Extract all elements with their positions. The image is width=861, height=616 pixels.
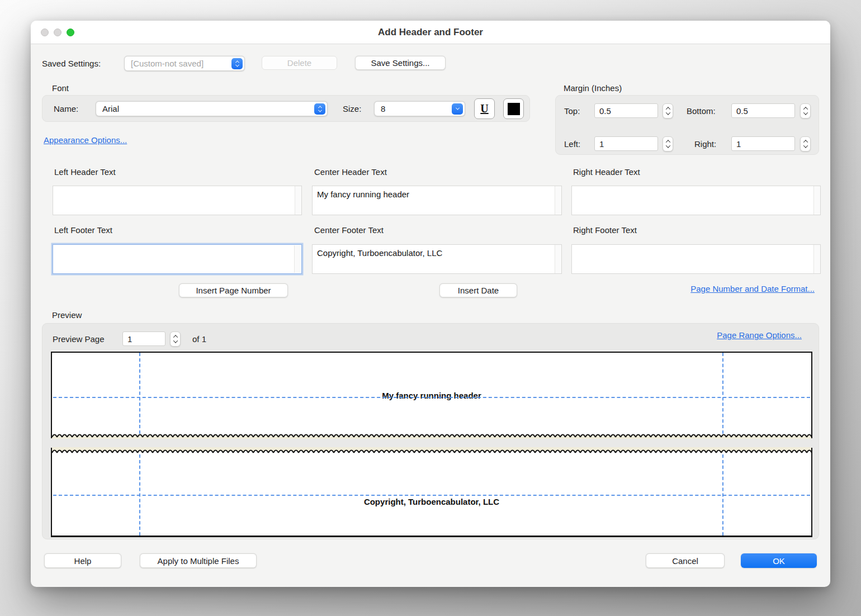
font-name-label: Name:: [54, 104, 78, 113]
right-header-textarea[interactable]: [571, 186, 821, 215]
margin-left-input[interactable]: [594, 136, 658, 151]
center-header-field-wrap: My fancy running header: [312, 186, 562, 215]
preview-page-top-half: My fancy running header: [51, 352, 812, 438]
left-footer-field-wrap: [53, 244, 302, 274]
center-footer-textarea[interactable]: Copyright, Turboencabulator, LLC: [312, 244, 562, 274]
margin-bottom-stepper[interactable]: [800, 103, 811, 119]
margin-left-label: Left:: [564, 139, 580, 149]
insert-page-number-button[interactable]: Insert Page Number: [179, 283, 288, 297]
font-size-label: Size:: [343, 104, 361, 113]
left-margin-guide-line: [139, 353, 140, 434]
delete-settings-label: Delete: [287, 58, 311, 68]
margin-section-label: Margin (Inches): [564, 83, 622, 93]
apply-to-multiple-files-label: Apply to Multiple Files: [158, 556, 239, 566]
right-footer-field-wrap: [571, 244, 821, 274]
right-margin-guide-line: [722, 353, 723, 434]
center-header-textarea[interactable]: My fancy running header: [312, 186, 562, 215]
margin-groupbox: Top: Bottom: Left: Right:: [555, 95, 819, 155]
preview-section-label: Preview: [52, 310, 82, 320]
insert-date-button[interactable]: Insert Date: [439, 283, 517, 297]
font-name-dropdown[interactable]: Arial: [96, 101, 328, 116]
font-section-label: Font: [52, 83, 69, 93]
right-header-field-wrap: [571, 186, 821, 215]
cancel-button[interactable]: Cancel: [646, 553, 725, 568]
margin-bottom-label: Bottom:: [687, 106, 716, 116]
help-button[interactable]: Help: [44, 553, 121, 568]
underline-toggle-button[interactable]: U: [474, 98, 495, 119]
margin-right-label: Right:: [694, 139, 716, 149]
preview-page-label: Preview Page: [53, 334, 105, 344]
scrollbar-track[interactable]: [813, 186, 820, 215]
minimize-window-icon[interactable]: [54, 29, 62, 36]
insert-date-label: Insert Date: [458, 286, 499, 295]
preview-page-canvas: My fancy running header: [51, 352, 812, 537]
header-margin-guide-line: [53, 397, 810, 398]
close-window-icon[interactable]: [41, 29, 49, 36]
window-title: Add Header and Footer: [378, 27, 483, 38]
margin-right-stepper[interactable]: [800, 136, 811, 151]
ok-button[interactable]: OK: [741, 553, 817, 568]
preview-page-count-label: of 1: [192, 334, 206, 344]
down-chevron-icon: [452, 103, 463, 115]
margin-right-input[interactable]: [731, 136, 795, 151]
color-swatch-icon: [508, 103, 520, 115]
title-bar: Add Header and Footer: [31, 21, 830, 44]
right-footer-label: Right Footer Text: [573, 225, 637, 235]
scrollbar-track[interactable]: [555, 186, 561, 215]
up-down-chevrons-icon: [314, 103, 325, 115]
cancel-label: Cancel: [672, 556, 698, 566]
traffic-lights: [41, 21, 74, 44]
margin-top-stepper[interactable]: [663, 103, 673, 119]
margin-top-input[interactable]: [594, 103, 658, 118]
font-name-value: Arial: [96, 104, 314, 113]
left-header-field-wrap: [53, 186, 302, 215]
scrollbar-track[interactable]: [295, 186, 301, 215]
margin-top-label: Top:: [564, 106, 580, 116]
saved-settings-label: Saved Settings:: [42, 59, 101, 68]
right-footer-textarea[interactable]: [571, 244, 821, 274]
appearance-options-link[interactable]: Appearance Options...: [44, 135, 127, 145]
margin-left-stepper[interactable]: [663, 136, 673, 151]
font-groupbox: Name: Arial Size: 8 U: [42, 95, 530, 122]
left-footer-label: Left Footer Text: [54, 225, 112, 235]
torn-edge-icon: [52, 432, 811, 439]
zoom-window-icon[interactable]: [67, 29, 74, 36]
help-label: Help: [74, 556, 92, 566]
font-size-combo[interactable]: 8: [374, 101, 465, 116]
save-settings-label: Save Settings...: [371, 58, 429, 68]
delete-settings-button[interactable]: Delete: [262, 56, 337, 70]
preview-header-text: My fancy running header: [52, 391, 811, 400]
saved-settings-value: [Custom-not saved]: [125, 59, 231, 68]
save-settings-button[interactable]: Save Settings...: [355, 56, 446, 70]
scrollbar-track[interactable]: [294, 245, 301, 273]
insert-page-number-label: Insert Page Number: [196, 286, 271, 295]
footer-margin-guide-line: [53, 495, 810, 496]
page-range-options-link[interactable]: Page Range Options...: [717, 330, 802, 340]
saved-settings-dropdown[interactable]: [Custom-not saved]: [124, 56, 245, 71]
center-header-label: Center Header Text: [314, 167, 387, 177]
right-header-label: Right Header Text: [573, 167, 640, 177]
up-down-chevrons-icon: [231, 58, 243, 69]
left-header-label: Left Header Text: [54, 167, 116, 177]
torn-edge-icon: [52, 447, 811, 454]
preview-footer-text: Copyright, Turboencabulator, LLC: [52, 497, 811, 506]
margin-bottom-input[interactable]: [731, 103, 795, 118]
left-margin-guide-line: [139, 454, 140, 536]
preview-page-bottom-half: Copyright, Turboencabulator, LLC: [51, 448, 812, 537]
left-footer-textarea[interactable]: [53, 244, 302, 274]
font-color-button[interactable]: [503, 98, 524, 119]
dialog-add-header-footer: Add Header and Footer Saved Settings: [C…: [31, 21, 830, 587]
left-header-textarea[interactable]: [53, 186, 302, 215]
ok-label: OK: [773, 556, 785, 566]
right-margin-guide-line: [722, 454, 723, 536]
apply-to-multiple-files-button[interactable]: Apply to Multiple Files: [140, 553, 257, 568]
underline-glyph: U: [480, 102, 488, 115]
preview-groupbox: Preview Page of 1 Page Range Options... …: [42, 323, 819, 539]
preview-page-stepper[interactable]: [170, 331, 181, 347]
page-number-date-format-link[interactable]: Page Number and Date Format...: [690, 284, 815, 293]
font-size-value: 8: [375, 104, 452, 113]
scrollbar-track[interactable]: [555, 245, 561, 273]
preview-page-input[interactable]: [122, 331, 165, 346]
center-footer-label: Center Footer Text: [314, 225, 384, 235]
scrollbar-track[interactable]: [813, 245, 820, 273]
